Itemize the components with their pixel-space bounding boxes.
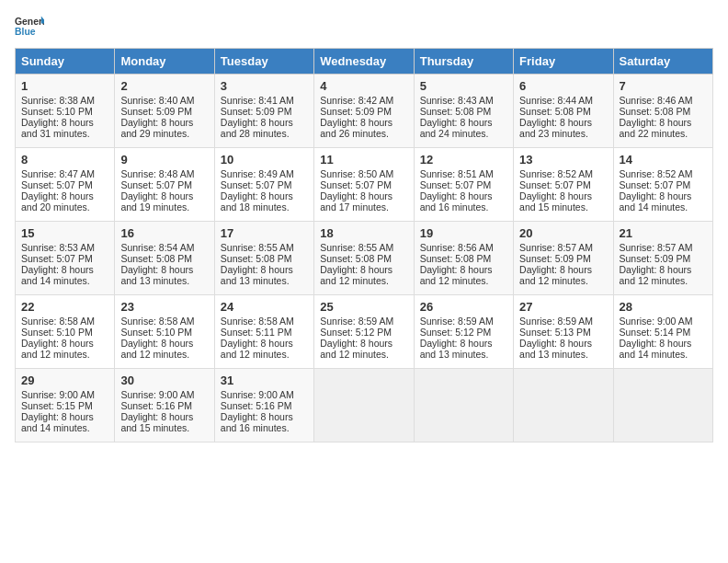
daylight-label: Daylight: 8 hours and 16 minutes. xyxy=(420,190,493,213)
daylight-label: Daylight: 8 hours and 16 minutes. xyxy=(221,411,293,433)
sunrise-label: Sunrise: 8:57 AM xyxy=(519,242,593,253)
calendar-cell: 23 Sunrise: 8:58 AM Sunset: 5:10 PM Dayl… xyxy=(115,295,214,369)
daylight-label: Daylight: 8 hours and 14 minutes. xyxy=(620,190,692,213)
daylight-label: Daylight: 8 hours and 17 minutes. xyxy=(320,190,392,213)
day-number: 2 xyxy=(120,79,208,93)
sunrise-label: Sunrise: 9:00 AM xyxy=(221,389,294,400)
sunset-label: Sunset: 5:08 PM xyxy=(519,106,591,117)
day-number: 14 xyxy=(620,153,707,167)
sunrise-label: Sunrise: 8:58 AM xyxy=(221,316,294,327)
sunrise-label: Sunrise: 8:54 AM xyxy=(120,242,194,253)
sunrise-label: Sunrise: 8:55 AM xyxy=(221,242,294,253)
daylight-label: Daylight: 8 hours and 23 minutes. xyxy=(519,117,592,139)
day-number: 7 xyxy=(620,79,707,93)
sunset-label: Sunset: 5:09 PM xyxy=(320,106,392,117)
daylight-label: Daylight: 8 hours and 12 minutes. xyxy=(221,338,293,360)
day-number: 17 xyxy=(221,226,308,240)
day-number: 24 xyxy=(221,300,308,314)
sunset-label: Sunset: 5:08 PM xyxy=(620,106,691,117)
day-number: 28 xyxy=(620,300,707,314)
calendar-cell: 28 Sunrise: 9:00 AM Sunset: 5:14 PM Dayl… xyxy=(613,295,712,369)
daylight-label: Daylight: 8 hours and 24 minutes. xyxy=(420,117,493,139)
day-number: 15 xyxy=(21,226,108,240)
day-header-tuesday: Tuesday xyxy=(214,49,313,75)
calendar-cell xyxy=(414,369,513,442)
sunset-label: Sunset: 5:09 PM xyxy=(221,106,292,117)
logo: General Blue xyxy=(15,15,44,37)
sunrise-label: Sunrise: 8:40 AM xyxy=(120,95,194,106)
calendar-cell: 29 Sunrise: 9:00 AM Sunset: 5:15 PM Dayl… xyxy=(16,369,115,442)
sunset-label: Sunset: 5:07 PM xyxy=(221,179,292,190)
daylight-label: Daylight: 8 hours and 13 minutes. xyxy=(519,338,592,360)
sunrise-label: Sunrise: 8:48 AM xyxy=(120,168,194,179)
calendar-cell xyxy=(514,369,613,442)
daylight-label: Daylight: 8 hours and 12 minutes. xyxy=(320,264,392,286)
day-number: 6 xyxy=(519,79,607,93)
sunset-label: Sunset: 5:10 PM xyxy=(21,106,93,117)
sunrise-label: Sunrise: 8:56 AM xyxy=(420,242,494,253)
sunset-label: Sunset: 5:08 PM xyxy=(320,253,392,264)
day-number: 9 xyxy=(120,153,208,167)
svg-text:Blue: Blue xyxy=(15,27,36,37)
sunset-label: Sunset: 5:09 PM xyxy=(519,253,591,264)
sunrise-label: Sunrise: 8:53 AM xyxy=(21,242,95,253)
sunrise-label: Sunrise: 8:46 AM xyxy=(620,95,693,106)
calendar-cell: 4 Sunrise: 8:42 AM Sunset: 5:09 PM Dayli… xyxy=(314,75,414,148)
day-number: 4 xyxy=(320,79,407,93)
day-number: 29 xyxy=(21,373,108,387)
calendar-cell: 15 Sunrise: 8:53 AM Sunset: 5:07 PM Dayl… xyxy=(16,222,115,295)
sunrise-label: Sunrise: 9:00 AM xyxy=(120,389,194,400)
sunrise-label: Sunrise: 9:00 AM xyxy=(21,389,95,400)
daylight-label: Daylight: 8 hours and 12 minutes. xyxy=(519,264,592,286)
calendar-cell: 20 Sunrise: 8:57 AM Sunset: 5:09 PM Dayl… xyxy=(514,222,613,295)
calendar-cell: 12 Sunrise: 8:51 AM Sunset: 5:07 PM Dayl… xyxy=(414,148,513,222)
logo-icon: General Blue xyxy=(15,15,44,37)
sunrise-label: Sunrise: 8:50 AM xyxy=(320,168,393,179)
day-number: 31 xyxy=(221,373,308,387)
sunset-label: Sunset: 5:07 PM xyxy=(320,179,392,190)
calendar-cell: 14 Sunrise: 8:52 AM Sunset: 5:07 PM Dayl… xyxy=(613,148,712,222)
calendar-cell: 26 Sunrise: 8:59 AM Sunset: 5:12 PM Dayl… xyxy=(414,295,513,369)
sunset-label: Sunset: 5:07 PM xyxy=(420,179,492,190)
sunrise-label: Sunrise: 8:58 AM xyxy=(120,316,194,327)
sunset-label: Sunset: 5:07 PM xyxy=(120,179,192,190)
day-number: 12 xyxy=(420,153,507,167)
calendar-cell: 27 Sunrise: 8:59 AM Sunset: 5:13 PM Dayl… xyxy=(514,295,613,369)
calendar-cell: 7 Sunrise: 8:46 AM Sunset: 5:08 PM Dayli… xyxy=(613,75,712,148)
daylight-label: Daylight: 8 hours and 31 minutes. xyxy=(21,117,94,139)
day-number: 18 xyxy=(320,226,407,240)
calendar-cell: 13 Sunrise: 8:52 AM Sunset: 5:07 PM Dayl… xyxy=(514,148,613,222)
day-number: 19 xyxy=(420,226,507,240)
sunset-label: Sunset: 5:07 PM xyxy=(519,179,591,190)
day-header-friday: Friday xyxy=(514,49,613,75)
day-number: 8 xyxy=(21,153,108,167)
sunrise-label: Sunrise: 8:59 AM xyxy=(519,316,593,327)
sunset-label: Sunset: 5:08 PM xyxy=(120,253,192,264)
daylight-label: Daylight: 8 hours and 20 minutes. xyxy=(21,190,94,213)
sunrise-label: Sunrise: 8:38 AM xyxy=(21,95,95,106)
sunrise-label: Sunrise: 8:59 AM xyxy=(320,316,393,327)
day-header-saturday: Saturday xyxy=(613,49,712,75)
calendar-cell: 3 Sunrise: 8:41 AM Sunset: 5:09 PM Dayli… xyxy=(214,75,313,148)
daylight-label: Daylight: 8 hours and 12 minutes. xyxy=(21,338,94,360)
sunset-label: Sunset: 5:09 PM xyxy=(620,253,691,264)
day-header-sunday: Sunday xyxy=(16,49,115,75)
sunset-label: Sunset: 5:08 PM xyxy=(420,106,492,117)
calendar-cell: 6 Sunrise: 8:44 AM Sunset: 5:08 PM Dayli… xyxy=(514,75,613,148)
header: General Blue xyxy=(15,15,713,37)
daylight-label: Daylight: 8 hours and 14 minutes. xyxy=(21,264,94,286)
calendar-cell: 24 Sunrise: 8:58 AM Sunset: 5:11 PM Dayl… xyxy=(214,295,313,369)
calendar-cell xyxy=(314,369,414,442)
calendar-cell: 9 Sunrise: 8:48 AM Sunset: 5:07 PM Dayli… xyxy=(115,148,214,222)
sunset-label: Sunset: 5:14 PM xyxy=(620,327,691,338)
day-number: 27 xyxy=(519,300,607,314)
sunrise-label: Sunrise: 8:55 AM xyxy=(320,242,393,253)
daylight-label: Daylight: 8 hours and 18 minutes. xyxy=(221,190,293,213)
sunrise-label: Sunrise: 8:44 AM xyxy=(519,95,593,106)
sunrise-label: Sunrise: 8:57 AM xyxy=(620,242,693,253)
calendar-cell: 22 Sunrise: 8:58 AM Sunset: 5:10 PM Dayl… xyxy=(16,295,115,369)
sunset-label: Sunset: 5:07 PM xyxy=(620,179,691,190)
calendar-cell: 10 Sunrise: 8:49 AM Sunset: 5:07 PM Dayl… xyxy=(214,148,313,222)
sunrise-label: Sunrise: 8:51 AM xyxy=(420,168,494,179)
day-header-thursday: Thursday xyxy=(414,49,513,75)
